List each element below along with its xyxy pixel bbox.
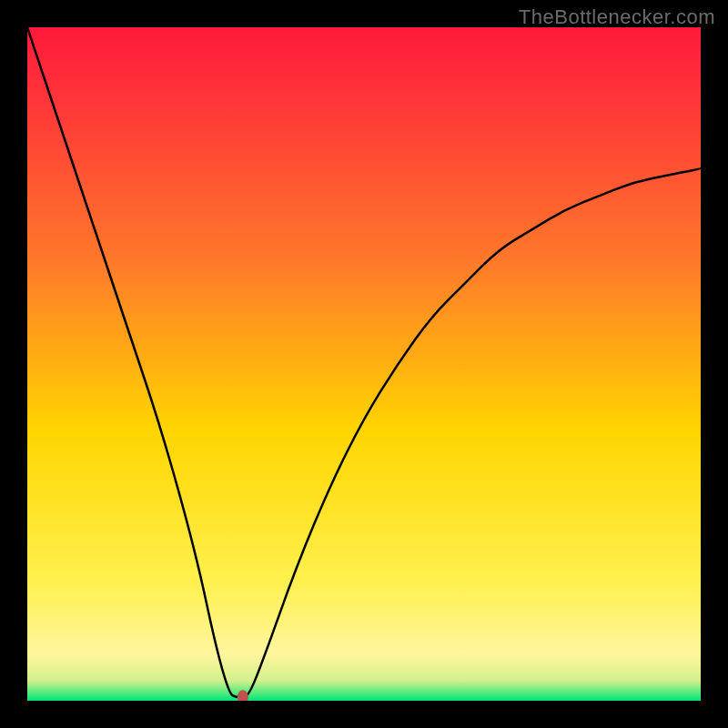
chart-svg xyxy=(27,27,701,701)
watermark-text: TheBottlenecker.com xyxy=(519,5,715,29)
chart-frame: TheBottlenecker.com xyxy=(0,0,728,728)
chart-plot-area xyxy=(27,27,701,701)
gradient-background xyxy=(27,27,701,701)
